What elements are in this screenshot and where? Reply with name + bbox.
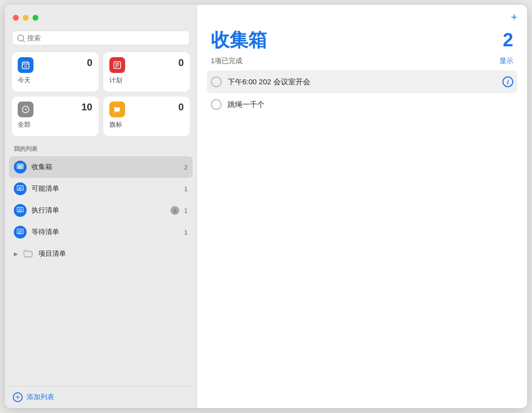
traffic-light-close[interactable]	[13, 15, 19, 21]
today-count: 0	[87, 57, 92, 69]
sidebar-item-execute[interactable]: 执行清单 1	[9, 200, 193, 221]
search-icon	[17, 34, 24, 41]
main-header: +	[197, 5, 527, 23]
smart-card-flag[interactable]: 0 旗标	[103, 97, 190, 136]
info-icon-1[interactable]: i	[502, 76, 513, 87]
svg-point-22	[174, 208, 176, 211]
plan-label: 计划	[109, 76, 184, 85]
add-task-button[interactable]: +	[511, 12, 517, 23]
main-title: 收集箱	[211, 28, 267, 53]
task-row[interactable]: 下午6:00 202 会议室开会 i	[207, 70, 517, 93]
search-input[interactable]	[27, 34, 184, 42]
all-count: 10	[81, 102, 92, 113]
completed-row: 1项已完成 显示	[197, 53, 527, 70]
all-label: 全部	[18, 120, 93, 129]
task-row[interactable]: 跳绳一千个	[207, 93, 517, 116]
sidebar-item-maybe[interactable]: 可能清单 1	[9, 178, 193, 200]
task-list: 下午6:00 202 会议室开会 i 跳绳一千个	[197, 70, 527, 408]
all-icon	[18, 102, 33, 117]
waiting-list-icon	[14, 226, 27, 239]
maybe-list-icon	[14, 182, 27, 195]
my-lists-header: 我的列表	[5, 143, 197, 156]
maybe-list-count: 1	[184, 185, 188, 193]
task-checkbox-2[interactable]	[211, 99, 222, 110]
today-label: 今天	[18, 76, 93, 85]
maybe-list-name: 可能清单	[32, 184, 179, 193]
execute-list-avatar	[170, 206, 179, 215]
flag-label: 旗标	[109, 120, 184, 129]
task-checkbox-1[interactable]	[211, 76, 222, 87]
titlebar	[5, 5, 197, 31]
smart-card-all[interactable]: 10 全部	[12, 97, 99, 136]
sidebar-footer[interactable]: + 添加列表	[5, 386, 197, 408]
show-completed-button[interactable]: 显示	[499, 57, 513, 66]
completed-text: 1项已完成	[211, 57, 242, 66]
inbox-list-count: 2	[184, 164, 188, 171]
traffic-light-minimize[interactable]	[23, 15, 29, 21]
svg-line-11	[26, 109, 27, 110]
smart-card-plan[interactable]: 0 计划	[103, 52, 190, 92]
plan-icon	[109, 57, 125, 73]
waiting-list-count: 1	[184, 229, 188, 236]
traffic-light-maximize[interactable]	[33, 15, 38, 21]
project-folder-icon	[22, 247, 34, 260]
sidebar: 10 0 今天	[5, 5, 197, 408]
sidebar-item-inbox[interactable]: 收集箱 2	[9, 156, 193, 178]
waiting-list-name: 等待清单	[32, 228, 179, 237]
inbox-list-icon	[14, 161, 27, 173]
flag-icon	[109, 102, 125, 117]
sidebar-item-project[interactable]: ▶ 项目清单	[9, 243, 193, 265]
svg-text:10: 10	[24, 65, 28, 68]
app-window: 10 0 今天	[5, 5, 527, 408]
execute-list-icon	[14, 204, 27, 217]
task-text-1: 下午6:00 202 会议室开会	[228, 77, 497, 87]
main-title-row: 收集箱 2	[197, 23, 527, 53]
search-bar[interactable]	[12, 31, 190, 45]
plan-count: 0	[178, 57, 184, 69]
list-items: 收集箱 2 可能清单 1 执行清单 1	[5, 156, 197, 386]
project-chevron-icon: ▶	[14, 251, 18, 257]
add-list-icon: +	[13, 392, 23, 402]
smart-cards-grid: 10 0 今天	[5, 52, 197, 143]
main-count: 2	[503, 30, 513, 51]
execute-list-count: 1	[184, 207, 188, 214]
main-content: + 收集箱 2 1项已完成 显示 下午6:00 202 会议室开会 i 跳绳一千…	[197, 5, 527, 408]
sidebar-item-waiting[interactable]: 等待清单 1	[9, 221, 193, 243]
today-icon: 10	[18, 57, 33, 73]
execute-list-name: 执行清单	[32, 206, 166, 215]
task-text-2: 跳绳一千个	[228, 100, 513, 109]
flag-count: 0	[178, 102, 184, 113]
project-name: 项目清单	[38, 249, 188, 258]
smart-card-today[interactable]: 10 0 今天	[12, 52, 99, 92]
add-list-label: 添加列表	[27, 393, 54, 402]
inbox-list-name: 收集箱	[32, 163, 179, 172]
